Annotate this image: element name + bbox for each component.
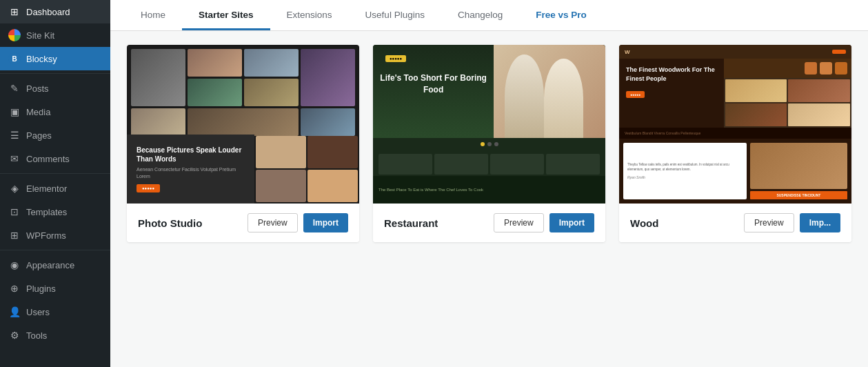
chef-1 [505, 54, 544, 139]
photo-cell-6 [244, 79, 299, 106]
chef-2 [544, 59, 583, 138]
mockup-wood: W The Finest Woodwork For The Fin [619, 45, 851, 204]
cards-area: Because Pictures Speak Louder Than Words… [110, 31, 868, 367]
tab-starter-sites[interactable]: Starter Sites [182, 0, 270, 30]
photo-cell-3 [244, 49, 299, 77]
nav-dot-3 [494, 142, 498, 146]
sidebar-divider [0, 73, 110, 74]
photo-cell-1 [131, 49, 185, 106]
cards-grid: Because Pictures Speak Louder Than Words… [127, 45, 851, 242]
tab-useful-plugins[interactable]: Useful Plugins [349, 0, 441, 30]
wood-promo-badge: SUSPENDISSE TINCIDUNT [750, 191, 847, 199]
preview-button-photo-studio[interactable]: Preview [248, 213, 298, 232]
sitekit-icon [8, 29, 21, 41]
card-actions-wood: Preview Imp... [744, 213, 840, 232]
menu-item-3 [490, 154, 544, 175]
card-image-wood: W The Finest Woodwork For The Fin [619, 45, 851, 204]
wood-hero-btn: ●●●●● [626, 91, 645, 98]
wood-icon-3 [835, 62, 847, 75]
wood-quote-box: Theybu Telluw oaks tells, pails enim est… [623, 143, 747, 199]
sidebar-item-label: Blocksy [26, 54, 57, 64]
appearance-icon: ◉ [8, 259, 21, 271]
tools-icon: ⚙ [8, 329, 21, 341]
sidebar-item-appearance[interactable]: ◉ Appearance [0, 253, 110, 277]
sidebar-item-media[interactable]: ▣ Media [0, 100, 110, 123]
wood-icon-2 [820, 62, 832, 75]
photo-side-4 [307, 170, 358, 202]
elementor-icon: ◈ [8, 182, 21, 195]
wood-img-2 [788, 79, 850, 102]
photo-cell-4 [301, 49, 355, 106]
tab-home[interactable]: Home [124, 0, 182, 30]
wood-nav-bar: W [619, 45, 851, 59]
media-icon: ▣ [8, 106, 21, 118]
wood-bottom-section: Theybu Telluw oaks tells, pails enim est… [619, 139, 851, 204]
card-title-restaurant: Restaurant [384, 217, 438, 229]
import-button-wood[interactable]: Imp... [800, 213, 840, 232]
tabs-bar: Home Starter Sites Extensions Useful Plu… [110, 0, 868, 31]
sidebar-item-label: Appearance [26, 260, 74, 270]
card-title-wood: Wood [630, 217, 658, 229]
restaurant-badge: ●●●●● [385, 55, 406, 62]
sidebar-item-tools[interactable]: ⚙ Tools [0, 324, 110, 347]
mockup-photo-studio: Because Pictures Speak Louder Than Words… [127, 45, 359, 204]
sidebar-item-elementor[interactable]: ◈ Elementor [0, 177, 110, 200]
menu-item-4 [546, 154, 600, 175]
sidebar-item-label: Media [26, 107, 50, 117]
wood-icon-1 [805, 62, 817, 75]
sidebar-divider-2 [0, 173, 110, 174]
pages-icon: ☰ [8, 129, 21, 141]
preview-button-restaurant[interactable]: Preview [494, 213, 544, 232]
sidebar-item-label: Plugins [26, 284, 56, 294]
sidebar-item-templates[interactable]: ⊡ Templates [0, 200, 110, 224]
sidebar-item-comments[interactable]: ✉ Comments [0, 147, 110, 170]
google-g-icon [8, 29, 21, 41]
blocksy-b-icon: B [8, 52, 21, 65]
restaurant-bottom: The Best Place To Eat is Where The Chef … [373, 176, 605, 204]
card-actions-restaurant: Preview Import [494, 213, 594, 232]
sidebar-item-plugins[interactable]: ⊕ Plugins [0, 277, 110, 300]
sidebar-item-blocksy[interactable]: B Blocksy [0, 47, 110, 70]
sidebar-item-users[interactable]: 👤 Users [0, 300, 110, 324]
restaurant-menu-row [373, 150, 605, 178]
sidebar-item-label: Elementor [26, 184, 67, 194]
card-footer-wood: Wood Preview Imp... [619, 204, 851, 242]
blocksy-icon: B [8, 52, 21, 65]
photo-hero-main: Because Pictures Speak Louder Than Words… [127, 135, 254, 204]
card-image-restaurant: Life's Too Short For Boring Food ●●●●● [373, 45, 605, 204]
wood-craftsman-img [750, 143, 847, 189]
card-title-photo-studio: Photo Studio [138, 217, 202, 229]
import-button-restaurant[interactable]: Import [549, 213, 594, 232]
sidebar-item-dashboard[interactable]: ⊞ Dashboard [0, 0, 110, 23]
main-content: Home Starter Sites Extensions Useful Plu… [110, 0, 868, 367]
sidebar-item-posts[interactable]: ✎ Posts [0, 77, 110, 100]
photo-side-1 [256, 136, 306, 168]
photo-grid [127, 45, 359, 141]
tab-extensions[interactable]: Extensions [270, 0, 349, 30]
wood-quote-text: Theybu Telluw oaks tells, pails enim est… [627, 163, 743, 172]
templates-icon: ⊡ [8, 206, 21, 218]
wood-icon-row [724, 59, 851, 78]
photo-side-2 [307, 136, 358, 168]
card-image-photo-studio: Because Pictures Speak Louder Than Words… [127, 45, 359, 204]
sidebar-item-label: Dashboard [26, 7, 70, 17]
sidebar-item-label: Templates [26, 207, 67, 217]
plugins-icon: ⊕ [8, 282, 21, 295]
sidebar-item-wpforms[interactable]: ⊞ WPForms [0, 224, 110, 247]
sidebar-item-label: Users [26, 307, 50, 317]
menu-item-2 [434, 154, 488, 175]
comments-icon: ✉ [8, 152, 21, 165]
import-button-photo-studio[interactable]: Import [303, 213, 348, 232]
dashboard-icon: ⊞ [8, 6, 21, 18]
sidebar-item-sitekit[interactable]: Site Kit [0, 23, 110, 47]
wood-img-3 [725, 103, 787, 126]
photo-cell-5 [188, 79, 242, 106]
tab-free-vs-pro[interactable]: Free vs Pro [519, 0, 603, 30]
sidebar-item-pages[interactable]: ☰ Pages [0, 123, 110, 147]
sidebar-divider-3 [0, 250, 110, 250]
card-footer-photo-studio: Photo Studio Preview Import [127, 204, 359, 242]
tab-changelog[interactable]: Changelog [441, 0, 519, 30]
preview-button-wood[interactable]: Preview [744, 213, 794, 232]
photo-headline: Because Pictures Speak Louder Than Words [137, 146, 245, 163]
wood-signature: Ryan Smith [627, 175, 743, 179]
